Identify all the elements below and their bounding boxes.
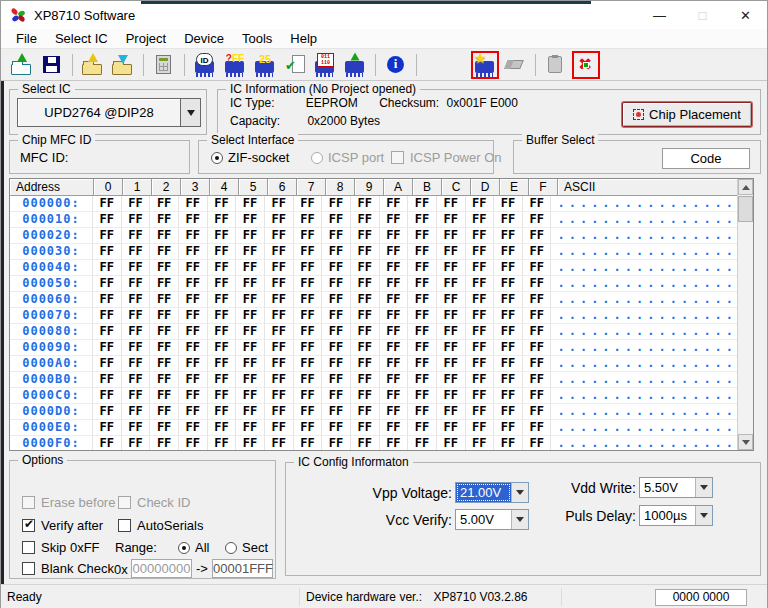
byte-cell[interactable]: FF (380, 276, 409, 291)
byte-cell[interactable]: FF (466, 372, 495, 387)
skip-0xff-checkbox[interactable]: Skip 0xFF (22, 540, 100, 555)
byte-cell[interactable]: FF (150, 372, 179, 387)
byte-cell[interactable]: FF (322, 308, 351, 323)
byte-cell[interactable]: FF (380, 436, 409, 450)
byte-cell[interactable]: FF (523, 436, 552, 450)
byte-cell[interactable]: FF (494, 340, 523, 355)
byte-cell[interactable]: FF (179, 276, 208, 291)
byte-cell[interactable]: FF (351, 420, 380, 435)
byte-cell[interactable]: FF (322, 436, 351, 450)
byte-cell[interactable]: FF (93, 212, 122, 227)
byte-cell[interactable]: FF (236, 356, 265, 371)
byte-cell[interactable]: FF (408, 404, 437, 419)
byte-cell[interactable]: FF (380, 196, 409, 211)
byte-cell[interactable]: FF (122, 340, 151, 355)
byte-cell[interactable]: FF (523, 260, 552, 275)
byte-cell[interactable]: FF (380, 260, 409, 275)
byte-cell[interactable]: FF (179, 372, 208, 387)
puls-delay-combobox[interactable]: 1000µs (639, 505, 713, 526)
byte-cell[interactable]: FF (265, 324, 294, 339)
byte-cell[interactable]: FF (523, 292, 552, 307)
byte-cell[interactable]: FF (466, 308, 495, 323)
byte-cell[interactable]: FF (351, 436, 380, 450)
byte-cell[interactable]: FF (437, 340, 466, 355)
byte-cell[interactable]: FF (294, 324, 323, 339)
hex-header-cell[interactable]: 9 (355, 179, 384, 196)
byte-cell[interactable]: FF (265, 356, 294, 371)
menu-help[interactable]: Help (281, 29, 326, 48)
byte-cell[interactable]: FF (408, 212, 437, 227)
byte-cell[interactable]: FF (122, 244, 151, 259)
byte-cell[interactable]: FF (408, 324, 437, 339)
byte-cell[interactable]: FF (322, 260, 351, 275)
byte-cell[interactable]: FF (150, 324, 179, 339)
hex-header-cell[interactable]: D (471, 179, 500, 196)
byte-cell[interactable]: FF (466, 276, 495, 291)
byte-cell[interactable]: FF (494, 212, 523, 227)
byte-cell[interactable]: FF (380, 228, 409, 243)
menu-file[interactable]: File (7, 29, 46, 48)
menu-device[interactable]: Device (175, 29, 233, 48)
byte-cell[interactable]: FF (179, 260, 208, 275)
vdd-write-combobox[interactable]: 5.50V (639, 477, 713, 498)
byte-cell[interactable]: FF (265, 196, 294, 211)
calculator-button[interactable] (150, 51, 178, 79)
byte-cell[interactable]: FF (93, 388, 122, 403)
byte-cell[interactable]: FF (236, 324, 265, 339)
hex-header-cell[interactable]: Address (10, 179, 94, 196)
byte-cell[interactable]: FF (236, 212, 265, 227)
byte-cell[interactable]: FF (494, 260, 523, 275)
byte-cell[interactable]: FF (294, 404, 323, 419)
byte-cell[interactable]: FF (408, 308, 437, 323)
byte-cell[interactable]: FF (122, 276, 151, 291)
hex-header-cell[interactable]: B (413, 179, 442, 196)
byte-cell[interactable]: FF (150, 420, 179, 435)
byte-cell[interactable]: FF (437, 404, 466, 419)
byte-cell[interactable]: FF (408, 340, 437, 355)
byte-cell[interactable]: FF (523, 324, 552, 339)
byte-cell[interactable]: FF (523, 212, 552, 227)
byte-cell[interactable]: FF (122, 308, 151, 323)
byte-cell[interactable]: FF (466, 356, 495, 371)
vdd-dropdown-button[interactable] (695, 478, 712, 497)
byte-cell[interactable]: FF (437, 324, 466, 339)
byte-cell[interactable]: FF (93, 292, 122, 307)
byte-cell[interactable]: FF (265, 420, 294, 435)
byte-cell[interactable]: FF (208, 436, 237, 450)
byte-cell[interactable]: FF (208, 388, 237, 403)
byte-cell[interactable]: FF (523, 196, 552, 211)
byte-cell[interactable]: FF (523, 228, 552, 243)
ascii-cell[interactable]: ................ (551, 196, 737, 211)
byte-cell[interactable]: FF (466, 404, 495, 419)
byte-cell[interactable]: FF (351, 212, 380, 227)
byte-cell[interactable]: FF (93, 308, 122, 323)
byte-cell[interactable]: FF (179, 308, 208, 323)
byte-cell[interactable]: FF (294, 212, 323, 227)
hex-header-cell[interactable]: 1 (123, 179, 152, 196)
byte-cell[interactable]: FF (351, 276, 380, 291)
byte-cell[interactable]: FF (93, 420, 122, 435)
byte-cell[interactable]: FF (208, 372, 237, 387)
byte-cell[interactable]: FF (494, 324, 523, 339)
byte-cell[interactable]: FF (150, 228, 179, 243)
save-buffer-button[interactable] (109, 51, 137, 79)
hex-header-cell[interactable]: 3 (181, 179, 210, 196)
byte-cell[interactable]: FF (208, 260, 237, 275)
byte-cell[interactable]: FF (208, 212, 237, 227)
byte-cell[interactable]: FF (150, 388, 179, 403)
hex-header-cell[interactable]: C (442, 179, 471, 196)
byte-cell[interactable]: FF (322, 196, 351, 211)
byte-cell[interactable]: FF (265, 372, 294, 387)
byte-cell[interactable]: FF (208, 196, 237, 211)
byte-cell[interactable]: FF (408, 420, 437, 435)
byte-cell[interactable]: FF (179, 436, 208, 450)
byte-cell[interactable]: FF (236, 404, 265, 419)
minimize-button[interactable]: — (638, 1, 681, 29)
byte-cell[interactable]: FF (523, 276, 552, 291)
byte-cell[interactable]: FF (322, 212, 351, 227)
byte-cell[interactable]: FF (437, 436, 466, 450)
byte-cell[interactable]: FF (122, 372, 151, 387)
byte-cell[interactable]: FF (122, 404, 151, 419)
hex-header-cell[interactable]: 8 (326, 179, 355, 196)
zif-socket-radio[interactable]: ZIF-socket (211, 150, 289, 165)
